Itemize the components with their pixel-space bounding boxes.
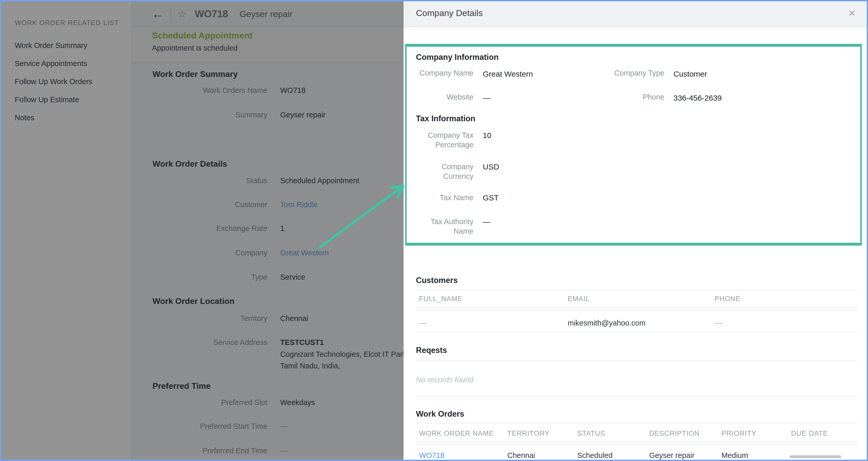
work-order-priority: Medium xyxy=(721,450,748,461)
company-details-panel: Company Details × Company Information Co… xyxy=(404,1,867,460)
divider xyxy=(416,441,858,442)
panel-title: Company Details xyxy=(416,8,483,18)
work-order-link[interactable]: WO718 xyxy=(419,450,444,461)
work-order-territory: Chennai xyxy=(507,450,535,461)
column-header-phone: PHONE xyxy=(714,293,741,304)
modal-dim-overlay xyxy=(1,1,404,460)
app-window: WORK ORDER RELATED LIST Work Order Summa… xyxy=(0,0,868,461)
close-icon[interactable]: × xyxy=(848,7,855,19)
panel-header: Company Details × xyxy=(404,1,867,27)
divider xyxy=(416,308,858,308)
divider xyxy=(416,310,858,310)
work-order-status: Scheduled xyxy=(577,450,613,461)
column-header-email: EMAIL xyxy=(568,293,590,304)
divider xyxy=(416,361,858,361)
field-label: Company Type xyxy=(602,68,664,78)
column-header-description: DESCRIPTION xyxy=(649,428,700,439)
field-label: Tax Name xyxy=(411,193,473,203)
company-type-value: Customer xyxy=(674,68,707,80)
tax-name-value: GST xyxy=(483,193,499,203)
section-customers: Customers xyxy=(416,274,458,287)
website-value: — xyxy=(483,92,491,104)
section-company-information: Company Information xyxy=(416,51,498,63)
field-label: Company Currency xyxy=(411,162,473,181)
column-header-priority: PRIORITY xyxy=(721,428,756,439)
tax-percentage-value: 10 xyxy=(483,130,491,140)
work-order-description: Geyser repair xyxy=(649,450,694,461)
divider xyxy=(416,444,858,444)
phone-value: 336-456-2639 xyxy=(674,92,722,104)
tax-authority-value: — xyxy=(483,217,491,226)
column-header-territory: TERRITORY xyxy=(507,428,550,439)
column-header-full-name: FULL_NAME xyxy=(419,293,462,304)
field-label: Phone xyxy=(602,92,664,102)
company-name-value: Great Western xyxy=(483,68,533,80)
column-header-status: STATUS xyxy=(577,428,605,439)
divider xyxy=(416,423,858,423)
horizontal-scrollbar-thumb[interactable] xyxy=(789,455,841,458)
divider xyxy=(416,332,858,332)
customer-full-name: — xyxy=(419,317,427,329)
section-requests: Reqests xyxy=(416,344,447,357)
customer-phone: — xyxy=(714,317,722,329)
company-currency-value: USD xyxy=(483,162,499,172)
divider xyxy=(416,290,858,290)
field-label: Website xyxy=(411,92,473,102)
field-label: Company Name xyxy=(411,68,473,78)
no-records-text: No records found xyxy=(416,374,473,386)
customer-email: mikesmith@yahoo.com xyxy=(568,317,646,329)
field-label: Tax Authority Name xyxy=(411,217,473,236)
section-tax-information: Tax Information xyxy=(416,113,475,125)
divider xyxy=(416,396,858,397)
column-header-due-date: DUE DATE xyxy=(791,428,828,439)
section-work-orders: Work Orders xyxy=(416,408,464,420)
column-header-work-order-name: WORK ORDER NAME xyxy=(419,428,494,439)
field-label: Company Tax Percentage xyxy=(411,130,473,150)
